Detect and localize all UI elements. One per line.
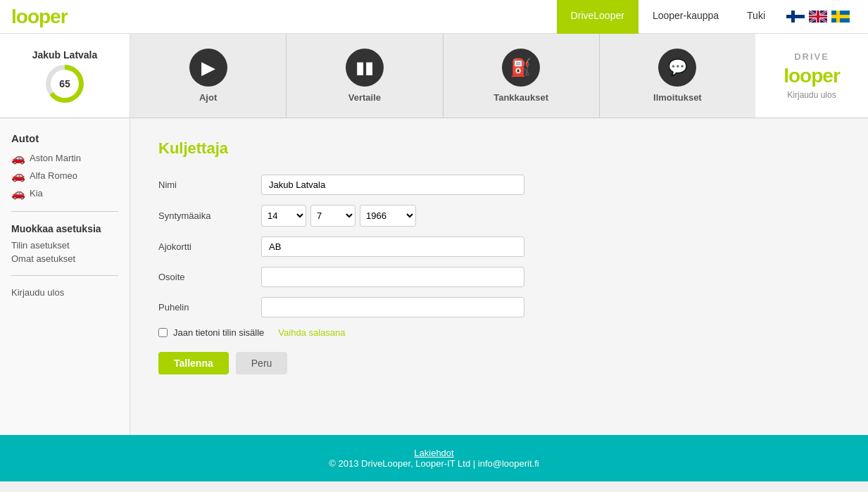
svg-rect-14 (836, 11, 840, 23)
nav-links: DriveLooper Looper-kauppa Tuki (557, 0, 779, 34)
footer: Lakiehdot © 2013 DriveLooper, Looper-IT … (0, 435, 868, 481)
input-ajokortti[interactable] (261, 236, 524, 257)
user-name: Jakub Latvala (32, 49, 98, 61)
share-label: Jaan tietoni tilin sisälle (173, 327, 264, 338)
sidebar-link-omat-asetukset[interactable]: Omat asetukset (11, 253, 118, 264)
change-password-link[interactable]: Vaihda salasana (278, 327, 345, 338)
score-circle: 65 (46, 65, 84, 103)
nav-tuki[interactable]: Tuki (733, 0, 779, 34)
input-osoite[interactable] (261, 267, 524, 287)
top-nav: looper DriveLooper Looper-kauppa Tuki (0, 0, 868, 34)
tab-ilmoitukset[interactable]: 💬 Ilmoitukset (600, 34, 755, 118)
sidebar-divider-1 (11, 211, 118, 212)
sidebar-settings-title: Muokkaa asetuksia (11, 223, 118, 234)
content-area: Kuljettaja Nimi Syntymäaika 123456789101… (130, 118, 868, 435)
svg-rect-13 (831, 15, 850, 18)
input-puhelin[interactable] (261, 297, 524, 317)
flag-fi[interactable] (786, 11, 805, 23)
car-icon-alfa-romeo: 🚗 (11, 169, 25, 182)
nav-flags (779, 11, 857, 23)
sidebar-car-alfa-romeo[interactable]: 🚗 Alfa Romeo (11, 169, 118, 182)
looper-big-text: looper (784, 65, 840, 87)
share-checkbox[interactable] (158, 328, 168, 337)
label-nimi: Nimi (158, 175, 250, 195)
sidebar-car-aston-martin[interactable]: 🚗 Aston Martin (11, 151, 118, 165)
select-month[interactable]: 123456789101112 (310, 205, 356, 227)
car-icon-aston-martin: 🚗 (11, 151, 25, 165)
input-nimi[interactable] (261, 175, 524, 195)
logo-area[interactable]: looper (11, 6, 124, 28)
cancel-button[interactable]: Peru (236, 352, 288, 374)
header-tabs: Jakub Latvala 65 ▶ Ajot ▮▮ Vertaile ⛽ Ta… (0, 34, 868, 118)
tab-tankkaukset-label: Tankkaukset (493, 92, 548, 103)
car-name-aston-martin: Aston Martin (30, 153, 81, 163)
footer-legal[interactable]: Lakiehdot (0, 448, 868, 458)
label-ajokortti: Ajokortti (158, 236, 250, 257)
flag-se[interactable] (831, 11, 850, 23)
car-icon-kia: 🚗 (11, 187, 25, 200)
user-panel: Jakub Latvala 65 (0, 34, 130, 118)
tab-vertaile-label: Vertaile (348, 92, 381, 103)
tab-tankkaukset-icon: ⛽ (502, 49, 540, 87)
drive-text: DRIVE (794, 51, 829, 62)
save-button[interactable]: Tallenna (158, 352, 229, 374)
tab-ajot[interactable]: ▶ Ajot (130, 34, 287, 118)
driver-form: Nimi Syntymäaika 12345678910111213141516… (158, 175, 524, 374)
tab-ajot-label: Ajot (199, 92, 217, 103)
sidebar-cars-title: Autot (11, 132, 118, 144)
label-syntymaika: Syntymäaika (158, 205, 250, 227)
svg-rect-2 (791, 11, 795, 23)
tab-ilmoitukset-icon: 💬 (658, 49, 696, 87)
tab-ajot-icon: ▶ (189, 49, 227, 87)
select-year[interactable]: 1950195119521953195419551956195719581959… (360, 205, 416, 227)
share-row: Jaan tietoni tilin sisälle Vaihda salasa… (158, 327, 524, 338)
form-title: Kuljettaja (158, 139, 840, 158)
car-name-kia: Kia (30, 188, 43, 198)
tab-ilmoitukset-label: Ilmoitukset (653, 92, 702, 103)
sidebar-car-kia[interactable]: 🚗 Kia (11, 187, 118, 200)
car-name-alfa-romeo: Alfa Romeo (30, 170, 77, 181)
nav-looper-kauppa[interactable]: Looper-kauppa (639, 0, 733, 34)
label-puhelin: Puhelin (158, 297, 250, 317)
nav-drivelooper[interactable]: DriveLooper (557, 0, 639, 34)
svg-rect-1 (786, 15, 805, 18)
svg-rect-11 (809, 15, 827, 18)
header-logout[interactable]: Kirjaudu ulos (787, 90, 836, 100)
date-group: 1234567891011121314151617181920212223242… (261, 205, 524, 227)
sidebar: Autot 🚗 Aston Martin 🚗 Alfa Romeo 🚗 Kia … (0, 118, 130, 435)
label-osoite: Osoite (158, 267, 250, 287)
score-value: 65 (51, 70, 79, 98)
button-row: Tallenna Peru (158, 352, 524, 374)
sidebar-divider-2 (11, 275, 118, 276)
sidebar-logout[interactable]: Kirjaudu ulos (11, 287, 118, 298)
select-day[interactable]: 1234567891011121314151617181920212223242… (261, 205, 306, 227)
sidebar-link-tilin-asetukset[interactable]: Tilin asetukset (11, 240, 118, 251)
drivelooper-logo[interactable]: DRIVE looper Kirjaudu ulos (755, 34, 868, 118)
footer-copyright: © 2013 DriveLooper, Looper-IT Ltd | info… (0, 458, 868, 469)
tab-vertaile[interactable]: ▮▮ Vertaile (287, 34, 443, 118)
main-layout: Autot 🚗 Aston Martin 🚗 Alfa Romeo 🚗 Kia … (0, 118, 868, 435)
flag-en[interactable] (809, 11, 827, 23)
logo: looper (11, 6, 68, 27)
tab-tankkaukset[interactable]: ⛽ Tankkaukset (444, 34, 600, 118)
tab-vertaile-icon: ▮▮ (346, 49, 384, 87)
